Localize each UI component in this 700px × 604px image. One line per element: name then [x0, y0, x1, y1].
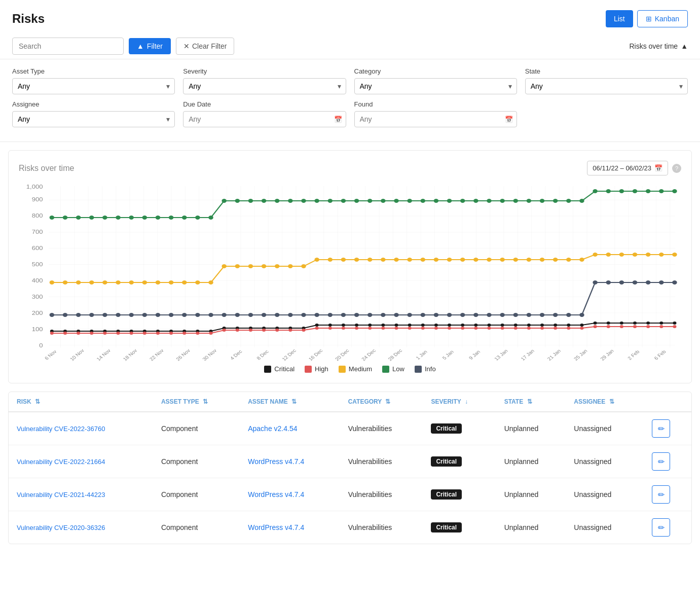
risk-link[interactable]: Vulnerability CVE-2020-36326	[17, 524, 105, 531]
severity-cell: Critical	[423, 412, 496, 445]
svg-point-237	[487, 327, 491, 330]
filter-button[interactable]: ▲ Filter	[129, 38, 171, 54]
svg-point-102	[606, 253, 611, 257]
state-cell: Unplanned	[496, 445, 566, 478]
svg-point-80	[314, 258, 319, 262]
asset-name-link[interactable]: WordPress v4.7.4	[248, 457, 304, 466]
list-button[interactable]: List	[606, 10, 633, 27]
svg-point-79	[301, 264, 306, 268]
col-asset-type[interactable]: ASSET TYPE ⇅	[153, 392, 240, 412]
search-input[interactable]	[12, 38, 124, 55]
svg-point-184	[421, 324, 425, 327]
svg-point-50	[553, 199, 558, 203]
risk-link[interactable]: Vulnerability CVE-2022-21664	[17, 458, 105, 466]
col-risk[interactable]: RISK ⇅	[9, 392, 153, 412]
svg-point-226	[342, 327, 345, 330]
svg-text:700: 700	[32, 229, 43, 235]
svg-text:20 Dec: 20 Dec	[334, 348, 350, 361]
svg-text:600: 600	[32, 245, 43, 252]
svg-text:100: 100	[32, 326, 43, 333]
svg-point-105	[646, 253, 651, 257]
svg-point-91	[460, 258, 465, 262]
svg-point-206	[77, 332, 80, 335]
due-date-input[interactable]	[183, 111, 346, 127]
assignee-cell: Unassigned	[566, 445, 644, 478]
svg-point-183	[408, 324, 412, 327]
asset-name-link[interactable]: WordPress v4.7.4	[248, 490, 304, 499]
svg-point-202	[659, 322, 663, 325]
edit-button[interactable]: ✏	[652, 419, 670, 438]
svg-text:6 Nov: 6 Nov	[44, 349, 58, 361]
svg-point-21	[169, 216, 174, 220]
state-select[interactable]: Any	[525, 78, 688, 94]
svg-point-38	[394, 199, 399, 203]
svg-point-200	[633, 322, 637, 325]
svg-point-96	[527, 258, 532, 262]
svg-point-16	[102, 216, 107, 220]
svg-point-182	[394, 324, 398, 327]
svg-point-238	[501, 327, 504, 330]
svg-point-246	[607, 325, 610, 328]
asset-type-select[interactable]: Any	[12, 78, 175, 94]
asset-name-link[interactable]: Apache v2.4.54	[248, 424, 297, 433]
filter-bar: ▲ Filter ✕ Clear Filter Risks over time …	[0, 33, 700, 59]
svg-point-39	[407, 199, 412, 203]
category-select[interactable]: Any	[354, 78, 517, 94]
edit-button[interactable]: ✏	[652, 485, 670, 504]
severity-filter: Severity Any	[183, 67, 346, 94]
svg-text:2 Feb: 2 Feb	[627, 349, 641, 361]
svg-point-148	[579, 313, 584, 317]
asset-name-link[interactable]: WordPress v4.7.4	[248, 523, 304, 531]
assignee-select[interactable]: Any	[12, 111, 175, 127]
risk-link[interactable]: Vulnerability CVE-2022-36760	[17, 425, 105, 433]
svg-point-28	[262, 199, 267, 203]
svg-point-122	[235, 313, 240, 317]
chart-legend: Critical High Medium Low Info	[19, 365, 681, 373]
state-select-wrapper: Any	[525, 78, 688, 94]
edit-button[interactable]: ✏	[652, 452, 670, 471]
risk-cell: Vulnerability CVE-2021-44223	[9, 478, 153, 511]
category-cell: Vulnerabilities	[340, 445, 423, 478]
col-severity[interactable]: SEVERITY ↓	[423, 392, 496, 412]
svg-point-37	[381, 199, 386, 203]
severity-select[interactable]: Any	[183, 78, 346, 94]
col-category[interactable]: CATEGORY ⇅	[340, 392, 423, 412]
svg-point-82	[341, 258, 346, 262]
clear-filter-button[interactable]: ✕ Clear Filter	[176, 38, 234, 55]
assignee-select-wrapper: Any	[12, 111, 175, 127]
risk-cell: Vulnerability CVE-2022-36760	[9, 412, 153, 445]
svg-point-56	[633, 189, 638, 193]
col-asset-name[interactable]: ASSET NAME ⇅	[240, 392, 340, 412]
col-state[interactable]: STATE ⇅	[496, 392, 566, 412]
legend-info: Info	[415, 365, 436, 373]
svg-point-63	[89, 280, 94, 285]
svg-point-212	[156, 332, 160, 335]
chart-section: Risks over time 06/11/22 – 06/02/23 📅 ?	[8, 150, 692, 383]
legend-medium: Medium	[339, 365, 372, 373]
due-date-label: Due Date	[183, 100, 346, 108]
svg-text:200: 200	[32, 310, 43, 316]
found-input[interactable]	[354, 111, 517, 127]
legend-low-dot	[382, 366, 389, 373]
date-range-picker[interactable]: 06/11/22 – 06/02/23 📅	[587, 161, 668, 175]
svg-point-154	[659, 280, 664, 285]
svg-point-110	[76, 313, 81, 317]
svg-text:28 Dec: 28 Dec	[387, 348, 403, 361]
svg-point-115	[142, 313, 148, 317]
svg-text:300: 300	[32, 294, 43, 300]
svg-point-120	[208, 313, 213, 317]
svg-point-195	[567, 324, 570, 327]
table-body: Vulnerability CVE-2022-36760 Component A…	[9, 412, 691, 544]
risk-link[interactable]: Vulnerability CVE-2021-44223	[17, 491, 105, 499]
sort-icon-asset-type: ⇅	[203, 398, 208, 405]
risks-over-time-toggle[interactable]: Risks over time ▲	[629, 42, 688, 50]
action-cell: ✏	[644, 445, 691, 478]
help-icon[interactable]: ?	[672, 164, 681, 173]
svg-point-224	[315, 327, 319, 330]
category-cell: Vulnerabilities	[340, 412, 423, 445]
asset-name-cell: WordPress v4.7.4	[240, 478, 340, 511]
col-assignee[interactable]: ASSIGNEE ⇅	[566, 392, 644, 412]
edit-button[interactable]: ✏	[652, 518, 670, 537]
svg-point-93	[487, 258, 492, 262]
kanban-button[interactable]: ⊞ Kanban	[637, 10, 688, 27]
